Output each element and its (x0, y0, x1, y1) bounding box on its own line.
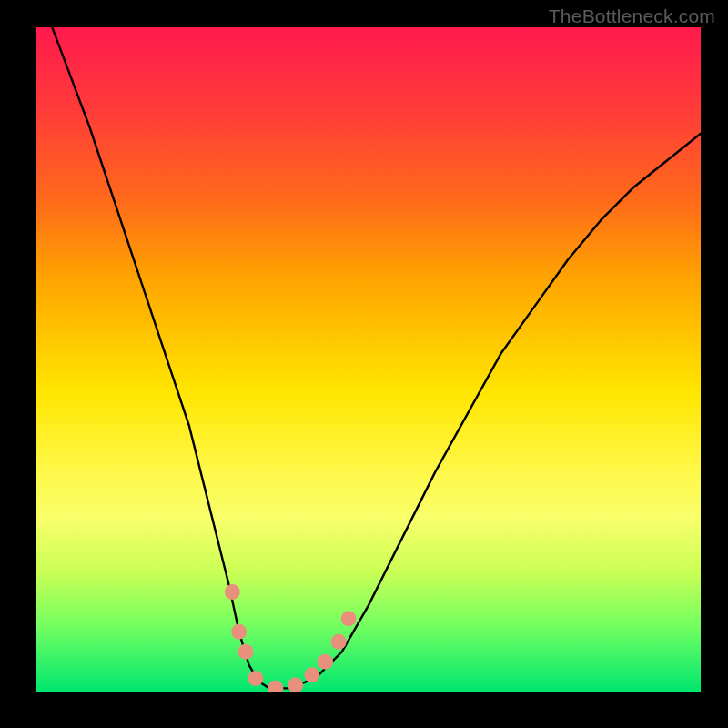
chart-background-gradient (36, 27, 701, 692)
watermark-text: TheBottleneck.com (549, 5, 715, 27)
chart-frame: TheBottleneck.com (0, 0, 728, 728)
